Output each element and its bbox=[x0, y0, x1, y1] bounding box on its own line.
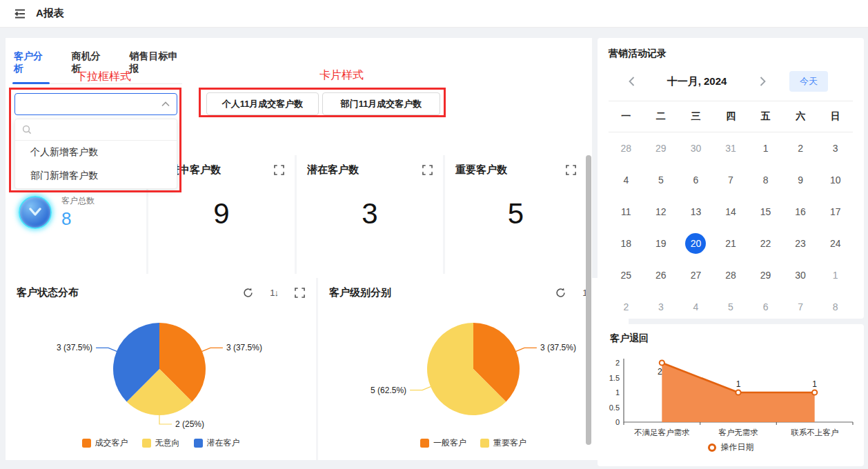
calendar-day[interactable]: 13 bbox=[678, 196, 713, 228]
calendar-day[interactable]: 27 bbox=[678, 259, 713, 291]
legend-item[interactable]: 重要客户 bbox=[480, 437, 526, 449]
calendar-day[interactable]: 6 bbox=[678, 164, 713, 196]
svg-text:3 (37.5%): 3 (37.5%) bbox=[540, 343, 576, 352]
legend-swatch-icon bbox=[142, 439, 151, 448]
calendar-day[interactable]: 25 bbox=[609, 259, 644, 291]
fullscreen-icon[interactable] bbox=[295, 288, 305, 298]
calendar-day[interactable]: 8 bbox=[818, 291, 853, 323]
calendar-day[interactable]: 31 bbox=[713, 132, 749, 164]
total-customers-value: 8 bbox=[61, 208, 95, 230]
calendar-day[interactable]: 22 bbox=[748, 228, 783, 259]
legend-item[interactable]: 潜在客户 bbox=[194, 437, 240, 449]
sort-icon[interactable]: 1↓ bbox=[270, 288, 278, 298]
calendar-month-label: 十一月, 2024 bbox=[640, 75, 753, 88]
pie-chart-customer-level: 3 (37.5%)5 (62.5%) bbox=[329, 301, 618, 437]
calendar-day[interactable]: 1 bbox=[748, 132, 783, 164]
today-button[interactable]: 今天 bbox=[789, 71, 828, 92]
stat-title: 重要客户数 bbox=[455, 163, 507, 177]
svg-text:0.5: 0.5 bbox=[609, 403, 620, 412]
stat-card-potential: 潜在客户数 3 bbox=[297, 155, 443, 274]
calendar-day[interactable]: 1 bbox=[818, 259, 853, 291]
calendar-day[interactable]: 16 bbox=[783, 196, 818, 228]
chart-card-customer-status: 客户状态分布 1↓ 3 (37.5%)2 (25%)3 (37.5%) 成交客户… bbox=[6, 278, 316, 460]
calendar-day[interactable]: 9 bbox=[783, 164, 818, 196]
calendar-day[interactable]: 19 bbox=[644, 228, 679, 259]
option-search-input[interactable] bbox=[36, 125, 170, 135]
legend-item[interactable]: 无意向 bbox=[142, 437, 180, 449]
calendar-day[interactable]: 8 bbox=[748, 164, 783, 196]
total-customers-label: 客户总数 bbox=[61, 195, 95, 207]
stat-value: 3 bbox=[307, 197, 433, 230]
calendar-day[interactable]: 3 bbox=[818, 132, 853, 164]
legend-item[interactable]: 成交客户 bbox=[82, 437, 128, 449]
calendar-day[interactable]: 28 bbox=[713, 259, 749, 291]
option-department-new-customers[interactable]: 部门新增客户数 bbox=[15, 164, 177, 188]
calendar-day[interactable]: 4 bbox=[609, 164, 644, 196]
calendar-day[interactable]: 6 bbox=[748, 291, 783, 323]
refresh-icon[interactable] bbox=[555, 288, 566, 298]
calendar-day[interactable]: 23 bbox=[783, 228, 818, 259]
option-personal-new-customers[interactable]: 个人新增客户数 bbox=[15, 141, 177, 164]
calendar-day[interactable]: 11 bbox=[609, 196, 644, 228]
calendar-day[interactable]: 5 bbox=[713, 291, 749, 323]
calendar-day[interactable]: 2 bbox=[609, 291, 644, 323]
next-month-icon[interactable] bbox=[753, 72, 771, 90]
chart-card-customer-level: 客户级别分别 1↓ 3 (37.5%)5 (62.5%) 一般客户重要客户 bbox=[318, 278, 629, 460]
refresh-icon[interactable] bbox=[243, 288, 253, 298]
metric-select-value[interactable] bbox=[22, 99, 161, 110]
tab-customer-analysis[interactable]: 客户分析 bbox=[12, 48, 50, 83]
prev-month-icon[interactable] bbox=[622, 72, 640, 90]
chevron-up-icon bbox=[161, 101, 170, 107]
weekday-label: 日 bbox=[818, 101, 853, 132]
calendar-day[interactable]: 2 bbox=[783, 132, 818, 164]
fullscreen-icon[interactable] bbox=[566, 165, 576, 175]
calendar-day[interactable]: 21 bbox=[713, 228, 749, 259]
personal-monthly-deals-button[interactable]: 个人11月成交客户数 bbox=[206, 92, 319, 115]
tab-sales-target[interactable]: 销售目标申报 bbox=[128, 48, 182, 83]
calendar-day[interactable]: 30 bbox=[678, 132, 713, 164]
annotation-dropdown-style: 下拉框样式 bbox=[76, 70, 131, 84]
calendar-weekday-row: 一二三四五六日 bbox=[609, 101, 853, 132]
calendar-day[interactable]: 29 bbox=[748, 259, 783, 291]
pie-legend: 一般客户重要客户 bbox=[329, 437, 618, 449]
calendar-day[interactable]: 4 bbox=[678, 291, 713, 323]
svg-text:3 (37.5%): 3 (37.5%) bbox=[57, 343, 92, 352]
svg-text:客户无需求: 客户无需求 bbox=[718, 428, 758, 437]
series-name: 操作日期 bbox=[721, 441, 754, 453]
calendar-day[interactable]: 29 bbox=[644, 132, 679, 164]
weekday-label: 六 bbox=[783, 101, 818, 132]
department-monthly-deals-button[interactable]: 部门11月成交客户数 bbox=[322, 92, 440, 115]
calendar-day[interactable]: 7 bbox=[783, 291, 818, 323]
calendar-day[interactable]: 3 bbox=[644, 291, 679, 323]
calendar-day[interactable]: 12 bbox=[644, 196, 679, 228]
weekday-label: 二 bbox=[644, 101, 679, 132]
calendar-day[interactable]: 10 bbox=[818, 164, 853, 196]
weekday-label: 五 bbox=[748, 101, 783, 132]
report-page: A报表 客户分析 商机分析 销售目标申报 客户总数 8 bbox=[0, 0, 868, 469]
fullscreen-icon[interactable] bbox=[422, 165, 433, 175]
calendar-day[interactable]: 30 bbox=[783, 259, 818, 291]
calendar-day[interactable]: 24 bbox=[818, 228, 853, 259]
calendar-day[interactable]: 26 bbox=[644, 259, 679, 291]
calendar-day[interactable]: 17 bbox=[818, 196, 853, 228]
legend-item[interactable]: 一般客户 bbox=[420, 437, 466, 449]
vertical-scrollbar[interactable] bbox=[586, 155, 591, 445]
svg-text:3 (37.5%): 3 (37.5%) bbox=[226, 343, 262, 352]
pie-chart-customer-status: 3 (37.5%)2 (25%)3 (37.5%) bbox=[17, 301, 305, 437]
calendar-day[interactable]: 18 bbox=[609, 228, 644, 259]
weekday-label: 三 bbox=[678, 101, 713, 132]
calendar-day[interactable]: 28 bbox=[609, 132, 644, 164]
stat-value: 5 bbox=[455, 197, 576, 230]
calendar-day[interactable]: 15 bbox=[748, 196, 783, 228]
calendar-day[interactable]: 20 bbox=[678, 228, 713, 259]
calendar-day[interactable]: 5 bbox=[644, 164, 679, 196]
metric-select[interactable] bbox=[14, 93, 177, 115]
charts-row: 客户状态分布 1↓ 3 (37.5%)2 (25%)3 (37.5%) 成交客户… bbox=[6, 278, 586, 460]
fullscreen-icon[interactable] bbox=[274, 165, 284, 175]
svg-text:联系不上客户: 联系不上客户 bbox=[791, 428, 838, 437]
calendar-day[interactable]: 14 bbox=[713, 196, 749, 228]
panel-title: 营销活动记录 bbox=[609, 48, 853, 60]
stat-value: 9 bbox=[159, 197, 284, 230]
calendar-day[interactable]: 7 bbox=[713, 164, 749, 196]
collapse-sidebar-icon[interactable] bbox=[14, 8, 26, 19]
